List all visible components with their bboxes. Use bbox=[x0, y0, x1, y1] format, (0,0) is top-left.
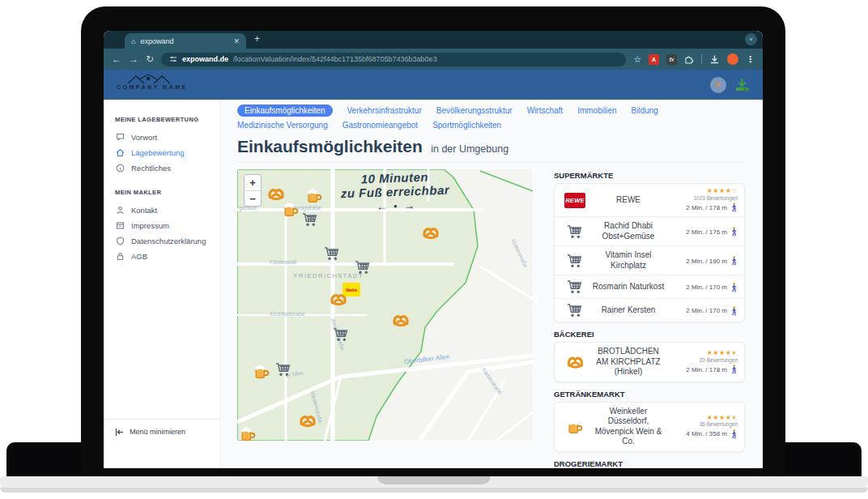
street-label-f-rstenwall: Fürstenwall bbox=[270, 259, 296, 265]
cart-icon bbox=[561, 279, 589, 294]
street-label-friedrichstadt: FRIEDRICHSTADT bbox=[294, 272, 364, 279]
sidebar-section: MEIN MAKLERKontaktImpressumDatenschutzer… bbox=[104, 189, 220, 264]
download-toolbar-icon[interactable] bbox=[709, 54, 720, 65]
browser-tab[interactable]: ⌂ expowand ✕ bbox=[125, 33, 246, 49]
nav-tab-immobilien[interactable]: Immobilien bbox=[577, 106, 616, 115]
back-icon[interactable]: ← bbox=[112, 54, 121, 64]
nav-tab-einkaufsm-glichkeiten[interactable]: Einkaufsmöglichkeiten bbox=[237, 104, 333, 117]
distance-line: 2 Min. / 190 m bbox=[668, 256, 738, 266]
sidebar-item-vorwort[interactable]: Vorwort bbox=[104, 130, 220, 145]
walking-person-icon bbox=[730, 227, 738, 237]
cart-map-marker[interactable] bbox=[275, 362, 291, 377]
cart-map-marker[interactable] bbox=[355, 260, 371, 275]
poi-row-rewe[interactable]: REWEREWE★★★★☆1023 Bewertungen2 Min. / 17… bbox=[555, 184, 744, 216]
cart-map-marker[interactable] bbox=[302, 212, 318, 227]
pretzel-map-marker[interactable] bbox=[330, 292, 348, 306]
poi-row-rainer-kersten[interactable]: Rainer Kersten2 Min. / 170 m bbox=[555, 298, 744, 322]
pretzel-map-marker[interactable] bbox=[267, 187, 286, 201]
walking-person-icon bbox=[730, 365, 738, 374]
pretzel-map-marker[interactable] bbox=[299, 414, 317, 428]
sidebar-item-rechtliches[interactable]: Rechtliches bbox=[104, 160, 220, 176]
sidebar-item-lagebewertung[interactable]: Lagebewertung bbox=[104, 145, 220, 160]
nav-tab-wirtschaft[interactable]: Wirtschaft bbox=[527, 106, 563, 115]
info-icon bbox=[115, 164, 125, 173]
panel-section-title-superm-rkte: SUPERMÄRKTE bbox=[554, 171, 745, 180]
nav-tab-sportm-glichkeiten[interactable]: Sportmöglichkeiten bbox=[432, 121, 501, 130]
nav-tab-bev-lkerungsstruktur[interactable]: Bevölkerungsstruktur bbox=[436, 106, 513, 115]
poi-row-rosmarin-naturkost[interactable]: Rosmarin Naturkost2 Min. / 170 m bbox=[555, 275, 744, 298]
poi-row-vitamin-insel-kirchplatz[interactable]: Vitamin Insel Kirchplatz2 Min. / 190 m bbox=[555, 245, 744, 275]
poi-row-brotl-dchen-am-kirchplatz-hinkel[interactable]: BROTLÄDCHEN AM KIRCHPLATZ (Hinkel)★★★★★2… bbox=[555, 343, 744, 382]
sidebar-item-label: Impressum bbox=[131, 221, 169, 230]
walking-person-icon bbox=[730, 256, 738, 266]
theme-sun-icon[interactable]: ☀ bbox=[710, 77, 726, 93]
bookmark-star-icon[interactable]: ☆ bbox=[633, 54, 641, 65]
sidebar-item-kontakt[interactable]: Kontakt bbox=[104, 203, 220, 218]
fx-extension-icon[interactable]: fx bbox=[666, 54, 677, 65]
cart-map-marker[interactable] bbox=[324, 246, 340, 261]
new-tab-icon[interactable]: + bbox=[254, 33, 260, 45]
distance-value: 2 Min. / 178 m bbox=[686, 366, 727, 373]
sidebar-item-datenschutzerkl-rung[interactable]: Datenschutzerklärung bbox=[104, 233, 220, 249]
distance-value: 2 Min. / 190 m bbox=[686, 258, 727, 265]
poi-card: Weinkeller Düsseldorf, Mövenpick Wein & … bbox=[554, 402, 745, 452]
beer-map-marker[interactable] bbox=[283, 202, 299, 218]
sidebar-section-title: MEIN MAKLER bbox=[104, 189, 220, 196]
sidebar-collapse-label: Menü minimieren bbox=[130, 428, 185, 436]
pretzel-map-marker[interactable] bbox=[422, 226, 440, 240]
category-tabs: EinkaufsmöglichkeitenVerkehrsinfrastrukt… bbox=[237, 104, 745, 130]
page-title-row: Einkaufsmöglichkeiten in der Umgebung bbox=[237, 137, 745, 163]
beer-map-marker[interactable] bbox=[253, 364, 270, 380]
laptop-mockup: ⌂ expowand ✕ + ˅ ← → ↻ expowand.de /loca… bbox=[0, 0, 868, 499]
poi-meta: 2 Min. / 170 m bbox=[668, 282, 738, 292]
sidebar-item-agb[interactable]: AGB bbox=[104, 249, 220, 264]
pdf-extension-icon[interactable]: A bbox=[649, 54, 659, 65]
map-zoom-in-button[interactable]: + bbox=[245, 175, 261, 190]
nav-tab-verkehrsinfrastruktur[interactable]: Verkehrsinfrastruktur bbox=[347, 106, 422, 115]
toolbar-separator bbox=[701, 54, 702, 64]
poi-row-weinkeller-d-sseldorf-m-venpick-wein-co[interactable]: Weinkeller Düsseldorf, Mövenpick Wein & … bbox=[555, 403, 744, 451]
nav-tab-medizinische-versorgung[interactable]: Medizinische Versorgung bbox=[237, 121, 328, 130]
map-zoom-out-button[interactable]: − bbox=[245, 190, 261, 206]
site-info-icon[interactable] bbox=[169, 55, 177, 63]
download-report-icon[interactable] bbox=[734, 78, 750, 92]
url-bar[interactable]: expowand.de /locationValuation/index/542… bbox=[161, 53, 626, 66]
review-count: 1023 Bewertungen bbox=[668, 195, 738, 202]
sidebar-item-impressum[interactable]: Impressum bbox=[104, 218, 220, 233]
poi-meta: 2 Min. / 176 m bbox=[668, 226, 738, 237]
sidebar-item-label: Vorwort bbox=[131, 133, 157, 142]
speech-bubble-icon bbox=[115, 133, 125, 142]
nav-tab-gastronomieangebot[interactable]: Gastronomieangebot bbox=[343, 121, 418, 130]
profile-avatar[interactable] bbox=[727, 53, 738, 65]
beer-map-marker[interactable] bbox=[306, 188, 322, 204]
tab-search-icon[interactable]: ˅ bbox=[745, 33, 757, 45]
company-name: COMPANY NAME bbox=[117, 84, 188, 91]
tab-close-icon[interactable]: ✕ bbox=[233, 37, 240, 45]
distance-line: 2 Min. / 178 m bbox=[668, 365, 738, 374]
nav-tab-bildung[interactable]: Bildung bbox=[632, 106, 658, 115]
sidebar-section-title: MEINE LAGEBEWERTUNG bbox=[104, 116, 220, 123]
review-count: 36 Bewertungen bbox=[668, 421, 738, 428]
poi-name: Vitamin Insel Kirchplatz bbox=[589, 250, 668, 271]
extensions-puzzle-icon[interactable] bbox=[684, 54, 694, 64]
sidebar-item-label: Kontakt bbox=[131, 206, 157, 215]
beer-map-marker[interactable] bbox=[240, 426, 256, 441]
poi-meta: ★★★★☆1023 Bewertungen2 Min. / 178 m bbox=[668, 188, 738, 212]
menu-dots-icon[interactable]: ⋮ bbox=[746, 54, 755, 65]
rating-stars: ★★★★☆ bbox=[668, 188, 738, 195]
company-slogan: Slogan Goes here bbox=[126, 92, 178, 96]
panel-section-title-b-ckerei: BÄCKEREI bbox=[554, 330, 745, 339]
forward-icon[interactable]: → bbox=[129, 54, 138, 64]
poi-name: Rachid Dhabi Obst+Gemüse bbox=[589, 221, 668, 241]
pretzel-map-marker[interactable] bbox=[392, 313, 411, 327]
map[interactable]: + − 10 Minuten zu Fuß erreichbar ←●→ Net… bbox=[237, 169, 533, 441]
browser-tabstrip: ⌂ expowand ✕ + ˅ bbox=[104, 31, 763, 49]
reload-icon[interactable]: ↻ bbox=[146, 54, 154, 64]
poi-row-rachid-dhabi-obst-gem-se[interactable]: Rachid Dhabi Obst+Gemüse2 Min. / 176 m bbox=[555, 216, 744, 245]
sidebar-collapse-button[interactable]: Menü minimieren bbox=[104, 419, 220, 436]
distance-line: 2 Min. / 170 m bbox=[668, 306, 738, 316]
distance-value: 2 Min. / 170 m bbox=[686, 307, 727, 314]
url-path: /locationValuation/index/542f44bc17135bf… bbox=[233, 55, 437, 63]
cart-map-marker[interactable] bbox=[333, 327, 349, 342]
poi-card: REWEREWE★★★★☆1023 Bewertungen2 Min. / 17… bbox=[554, 183, 745, 322]
